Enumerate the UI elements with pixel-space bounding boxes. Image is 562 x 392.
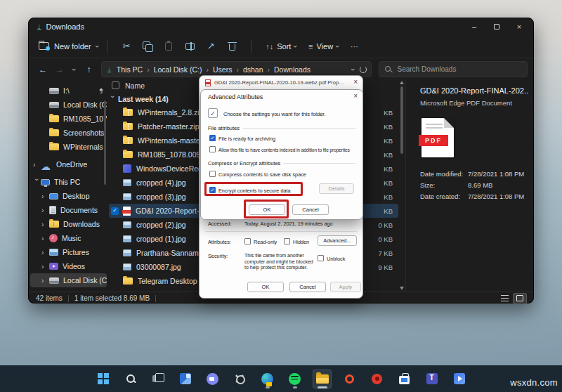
sidebar-item[interactable]: › WPinternals	[30, 140, 107, 154]
breadcrumb-item[interactable]: dshan	[243, 65, 274, 74]
chevron-icon[interactable]: ›	[33, 161, 41, 169]
breadcrumb-item[interactable]: Downloads	[274, 65, 319, 74]
sidebar-item[interactable]: › This PC	[30, 175, 107, 189]
paste-button[interactable]	[158, 37, 179, 55]
file-list-scrollbar[interactable]	[399, 79, 405, 292]
details-button[interactable]: Details	[319, 183, 354, 194]
file-size: KB	[384, 123, 393, 131]
sidebar-item[interactable]: › Downloads	[30, 217, 107, 231]
archiving-checkbox[interactable]: ✓	[209, 135, 216, 141]
taskbar-teams-icon[interactable]	[422, 370, 441, 388]
chevron-icon[interactable]: ›	[41, 263, 49, 270]
sidebar-item[interactable]: › Music	[30, 231, 107, 245]
chevron-icon[interactable]: ›	[33, 178, 41, 186]
group-collapse-icon[interactable]: ›	[109, 96, 117, 103]
cut-button[interactable]: ✂	[116, 37, 137, 55]
dialog-close-button[interactable]: ×	[353, 78, 358, 86]
share-button[interactable]: ↗	[200, 37, 221, 55]
pdf-mini-icon	[205, 79, 211, 86]
taskbar-file-explorer-icon[interactable]	[313, 370, 332, 388]
taskbar	[0, 365, 562, 392]
forward-button[interactable]: →	[51, 61, 68, 78]
properties-cancel-button[interactable]: Cancel	[289, 282, 326, 292]
compress-checkbox[interactable]	[209, 171, 216, 177]
name-column-header[interactable]: Name	[125, 81, 145, 90]
properties-ok-button[interactable]: OK	[247, 282, 284, 292]
hidden-label: Hidden	[293, 239, 309, 245]
address-dropdown-icon[interactable]: ›	[349, 68, 358, 71]
sidebar-item[interactable]: › OneDrive	[30, 157, 107, 171]
sidebar-item[interactable]: › I:\	[30, 84, 107, 98]
advanced-button[interactable]: Advanced...	[318, 235, 357, 246]
properties-apply-button[interactable]: Apply	[330, 282, 361, 292]
chevron-icon[interactable]: ›	[41, 249, 49, 256]
close-button[interactable]: ×	[508, 18, 530, 34]
taskbar-widgets-icon[interactable]	[176, 370, 195, 388]
advanced-cancel-button[interactable]: Cancel	[292, 204, 329, 215]
sidebar-item[interactable]: › Documents	[30, 203, 107, 217]
brave-icon	[345, 374, 354, 384]
breadcrumb-item[interactable]: This PC	[117, 65, 154, 74]
sidebar-item[interactable]: › Desktop	[30, 189, 107, 203]
taskbar-start-icon[interactable]	[93, 370, 112, 388]
rename-button[interactable]	[179, 37, 200, 55]
sidebar-item[interactable]: › Local Disk (C:)	[30, 98, 107, 112]
scroll-down-icon[interactable]	[400, 287, 404, 290]
unblock-checkbox[interactable]	[318, 255, 324, 261]
breadcrumb-item[interactable]: Users	[213, 65, 243, 74]
taskbar-settings-icon[interactable]	[230, 370, 249, 388]
image-icon	[123, 179, 131, 186]
view-button[interactable]: ≡ View ›	[308, 42, 339, 51]
minimize-button[interactable]: –	[463, 18, 485, 34]
accessed-label: Accessed:	[208, 221, 232, 227]
recent-locations-icon[interactable]: ›	[70, 68, 79, 71]
encrypt-checkbox[interactable]: ✓	[209, 187, 216, 193]
sidebar-scrollbar[interactable]	[104, 100, 106, 185]
taskbar-brave-icon[interactable]	[340, 370, 359, 388]
items-count: 42 items	[36, 294, 63, 302]
up-button[interactable]: ↑	[80, 61, 97, 78]
indexing-checkbox[interactable]	[209, 146, 216, 152]
taskbar-movies-tv-icon[interactable]	[450, 370, 469, 388]
chevron-icon[interactable]: ›	[41, 277, 49, 285]
toolbar-separator	[107, 40, 107, 53]
copy-button[interactable]	[137, 37, 158, 55]
attributes-label: Attributes:	[208, 239, 231, 245]
scroll-up-icon[interactable]	[400, 81, 404, 84]
file-size: 7 KB	[378, 249, 393, 257]
large-icons-view-button[interactable]	[514, 294, 526, 303]
refresh-icon[interactable]	[360, 66, 367, 73]
taskbar-task-view-icon[interactable]	[148, 370, 167, 388]
readonly-checkbox[interactable]	[244, 238, 251, 244]
taskbar-spotify-icon[interactable]	[285, 370, 304, 388]
chevron-icon[interactable]: ›	[41, 207, 49, 214]
row-checkbox[interactable]: ✓	[111, 207, 119, 215]
taskbar-edge-icon[interactable]	[258, 370, 277, 388]
advanced-ok-button[interactable]: OK	[249, 204, 285, 215]
maximize-button[interactable]	[485, 18, 508, 34]
new-folder-button[interactable]: New folder ›	[39, 42, 98, 51]
more-options-button[interactable]: ···	[351, 42, 358, 51]
sort-button[interactable]: ↑↓ Sort ›	[266, 42, 297, 51]
chevron-icon[interactable]: ›	[41, 192, 49, 200]
taskbar-chat-icon[interactable]	[203, 370, 222, 388]
scrollbar-thumb[interactable]	[400, 86, 403, 154]
chevron-icon[interactable]: ›	[41, 221, 49, 228]
taskbar-opera-icon[interactable]	[367, 370, 386, 388]
back-button[interactable]: ←	[34, 61, 51, 78]
sidebar-item[interactable]: › Screenshots	[30, 126, 107, 140]
sidebar-item[interactable]: › RM1085_1078.0	[30, 112, 107, 126]
select-all-checkbox[interactable]	[112, 81, 119, 89]
sidebar-item[interactable]: › Videos	[30, 259, 107, 273]
details-view-button[interactable]	[498, 294, 511, 303]
chevron-icon[interactable]: ›	[41, 235, 49, 242]
taskbar-search-icon[interactable]	[121, 370, 140, 388]
search-input[interactable]: Search Downloads	[379, 61, 528, 77]
hidden-checkbox[interactable]	[284, 238, 290, 244]
dialog-close-button[interactable]: ×	[353, 92, 358, 100]
breadcrumb-item[interactable]: Local Disk (C:)	[154, 65, 213, 74]
taskbar-store-icon[interactable]	[395, 370, 414, 388]
sidebar-item[interactable]: › Local Disk (C:)	[30, 273, 107, 287]
sidebar-item[interactable]: › Pictures	[30, 245, 107, 259]
delete-button[interactable]	[221, 37, 242, 55]
